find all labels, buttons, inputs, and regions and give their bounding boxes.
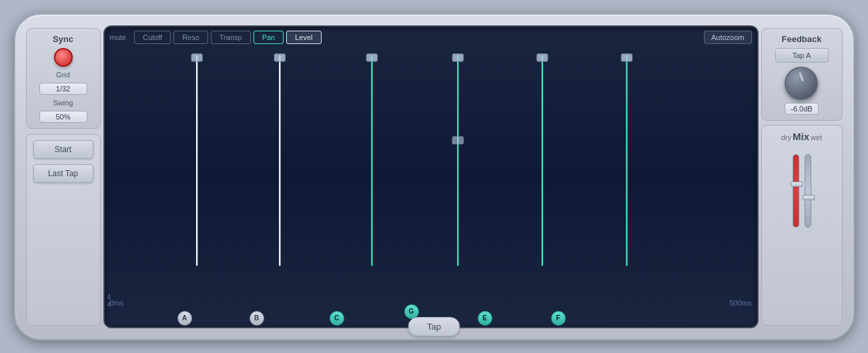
tap-marker-a[interactable]: A bbox=[177, 311, 192, 326]
feedback-value: -6.0dB bbox=[785, 103, 818, 115]
tab-level[interactable]: Level bbox=[286, 31, 321, 44]
tab-pan[interactable]: Pan bbox=[254, 31, 284, 44]
grid-label: Grid bbox=[56, 71, 70, 79]
dry-slider-track[interactable] bbox=[793, 154, 799, 228]
tap-marker-f[interactable]: F bbox=[551, 311, 566, 326]
sync-section: Sync Grid 1/32 Swing 50% bbox=[26, 28, 101, 129]
wet-slider-thumb[interactable] bbox=[803, 195, 815, 200]
time-start: 0ms bbox=[110, 299, 124, 307]
svg-rect-3 bbox=[274, 53, 285, 61]
svg-rect-8 bbox=[452, 53, 463, 61]
mix-section: dry Mix wet bbox=[761, 125, 843, 326]
knob-container: -6.0dB bbox=[785, 67, 818, 115]
time-end: 500ms bbox=[729, 299, 751, 307]
mix-sliders bbox=[793, 147, 811, 228]
tap-a-button[interactable]: Tap A bbox=[775, 48, 829, 63]
tab-reso[interactable]: Reso bbox=[173, 31, 208, 44]
mix-label: Mix bbox=[793, 131, 809, 142]
swing-value[interactable]: 50% bbox=[39, 111, 87, 123]
svg-rect-7 bbox=[452, 136, 463, 143]
wet-slider-track[interactable] bbox=[805, 154, 811, 228]
tap-circle-b[interactable]: B bbox=[250, 311, 264, 326]
mix-wet-label: wet bbox=[811, 133, 822, 141]
tab-cutoff[interactable]: Cutoff bbox=[134, 31, 171, 44]
transport-section: Start Last Tap bbox=[26, 134, 101, 326]
sync-button[interactable] bbox=[54, 48, 73, 67]
dry-slider-thumb[interactable] bbox=[791, 182, 803, 187]
start-button[interactable]: Start bbox=[33, 140, 93, 159]
display-header: mute Cutoff Reso Transp Pan Level Autozo… bbox=[105, 27, 757, 48]
tap-marker-c[interactable]: C bbox=[330, 311, 344, 326]
tap-button[interactable]: Tap bbox=[408, 317, 460, 336]
swing-label: Swing bbox=[53, 99, 73, 107]
svg-rect-10 bbox=[536, 53, 547, 61]
mute-label: mute bbox=[110, 33, 126, 41]
tab-transp[interactable]: Transp bbox=[211, 31, 251, 44]
tap-marker-e[interactable]: E bbox=[478, 311, 492, 326]
right-panel: Feedback Tap A -6.0dB dry Mix wet bbox=[759, 25, 845, 328]
grid-value[interactable]: 1/32 bbox=[39, 83, 87, 95]
tap-circle-f[interactable]: F bbox=[551, 311, 566, 326]
autozoom-button[interactable]: Autozoom bbox=[704, 31, 752, 44]
tap-circle-c[interactable]: C bbox=[330, 311, 344, 326]
tap-circle-e[interactable]: E bbox=[478, 311, 492, 326]
feedback-label: Feedback bbox=[782, 34, 822, 44]
feedback-section: Feedback Tap A -6.0dB bbox=[761, 28, 843, 121]
feedback-knob[interactable] bbox=[785, 67, 818, 100]
time-labels: 0ms 500ms bbox=[105, 299, 757, 307]
svg-rect-1 bbox=[191, 53, 202, 61]
display-content bbox=[105, 48, 757, 299]
mix-dry-label: dry bbox=[781, 133, 791, 141]
tap-lines-svg bbox=[105, 48, 757, 299]
left-panel: Sync Grid 1/32 Swing 50% Start Last Tap bbox=[23, 25, 103, 328]
tap-circle-a[interactable]: A bbox=[177, 311, 192, 326]
last-tap-button[interactable]: Last Tap bbox=[33, 164, 93, 183]
svg-rect-12 bbox=[621, 53, 632, 61]
tap-marker-b[interactable]: B bbox=[250, 311, 264, 326]
device-shell: Sync Grid 1/32 Swing 50% Start Last Tap … bbox=[14, 13, 855, 340]
mix-label-row: dry Mix wet bbox=[781, 131, 822, 142]
time-signature: 44 bbox=[107, 294, 111, 308]
tap-button-container: Tap bbox=[408, 317, 460, 336]
sync-label: Sync bbox=[53, 34, 73, 44]
svg-rect-5 bbox=[366, 53, 377, 61]
main-display: mute Cutoff Reso Transp Pan Level Autozo… bbox=[103, 25, 759, 328]
